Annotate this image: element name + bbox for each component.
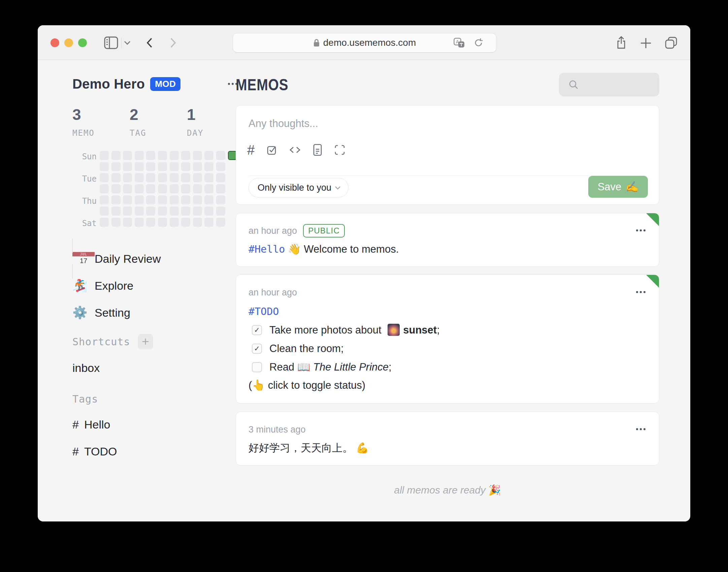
heatmap-cell[interactable] (216, 206, 225, 216)
search-input[interactable] (559, 73, 659, 96)
heatmap-cell[interactable] (181, 206, 190, 216)
heatmap-cell[interactable] (170, 218, 179, 227)
memo-more-icon[interactable] (636, 428, 646, 430)
translate-icon[interactable]: A (454, 38, 465, 48)
heatmap-cell[interactable] (170, 173, 179, 182)
sidebar-toggle-icon[interactable] (104, 36, 119, 50)
heatmap-cell[interactable] (111, 218, 121, 227)
heatmap-cell[interactable] (146, 173, 155, 182)
heatmap-cell[interactable] (204, 195, 213, 204)
new-tab-icon[interactable] (640, 37, 652, 49)
sidebar-tag-hello[interactable]: # Hello (72, 418, 110, 431)
close-window-button[interactable] (51, 38, 59, 47)
heatmap-cell[interactable] (193, 151, 202, 160)
heatmap-cell[interactable] (216, 184, 225, 193)
back-button[interactable] (146, 37, 153, 48)
heatmap-cell[interactable] (193, 195, 202, 204)
heatmap-cell[interactable] (216, 195, 225, 204)
heatmap-cell[interactable] (158, 206, 167, 216)
heatmap-cell[interactable] (135, 206, 144, 216)
heatmap-cell[interactable] (216, 173, 225, 182)
heatmap-cell[interactable] (111, 206, 121, 216)
heatmap-cell[interactable] (100, 195, 109, 204)
heatmap-cell[interactable] (204, 218, 213, 227)
heatmap-cell[interactable] (111, 162, 121, 171)
heatmap-cell[interactable] (123, 162, 132, 171)
heatmap-cell[interactable] (135, 151, 144, 160)
sidebar-item-explore[interactable]: 🏂 Explore (72, 277, 161, 295)
minimize-window-button[interactable] (64, 38, 73, 47)
checkbox-icon[interactable] (266, 144, 277, 156)
editor-placeholder[interactable]: Any thoughts... (249, 118, 318, 130)
sidebar-tag-todo[interactable]: # TODO (72, 445, 117, 458)
fullscreen-icon[interactable] (334, 144, 345, 156)
heatmap-cell[interactable] (146, 184, 155, 193)
zoom-window-button[interactable] (78, 38, 87, 47)
heatmap-cell[interactable] (146, 195, 155, 204)
add-tag-icon[interactable]: # (247, 143, 255, 157)
user-banner[interactable]: Demo Hero MOD (72, 76, 180, 92)
heatmap-cell[interactable] (193, 173, 202, 182)
memo-tag-hello[interactable]: #Hello (249, 243, 285, 255)
reload-icon[interactable] (474, 38, 483, 48)
heatmap-cell[interactable] (100, 206, 109, 216)
heatmap-cell[interactable] (123, 195, 132, 204)
forward-button[interactable] (170, 37, 176, 48)
visibility-selector[interactable]: Only visible to you (249, 178, 349, 197)
heatmap-cell[interactable] (170, 184, 179, 193)
heatmap-cell[interactable] (123, 184, 132, 193)
shortcut-item-inbox[interactable]: inbox (72, 361, 100, 375)
share-icon[interactable] (616, 36, 627, 50)
heatmap-cell[interactable] (123, 206, 132, 216)
heatmap-cell[interactable] (204, 206, 213, 216)
tab-overview-icon[interactable] (665, 36, 677, 49)
heatmap-cell[interactable] (135, 195, 144, 204)
heatmap-cell[interactable] (146, 218, 155, 227)
heatmap-cell[interactable] (193, 218, 202, 227)
heatmap-cell[interactable] (111, 151, 121, 160)
heatmap-cell[interactable] (111, 195, 121, 204)
heatmap-cell[interactable] (158, 151, 167, 160)
chevron-down-icon[interactable] (124, 41, 131, 45)
heatmap-cell[interactable] (135, 218, 144, 227)
heatmap-cell[interactable] (170, 162, 179, 171)
memo-more-icon[interactable] (636, 229, 646, 231)
heatmap-cell[interactable] (158, 184, 167, 193)
address-bar[interactable]: demo.usememos.com A (233, 33, 496, 52)
memo-tag-todo[interactable]: #TODO (249, 306, 279, 317)
heatmap-cell[interactable] (158, 162, 167, 171)
task-checkbox-checked[interactable]: ✓ (252, 344, 262, 354)
heatmap-cell[interactable] (158, 218, 167, 227)
heatmap-cell[interactable] (204, 173, 213, 182)
heatmap-cell[interactable] (204, 184, 213, 193)
heatmap-cell[interactable] (216, 151, 225, 160)
heatmap-cell[interactable] (146, 162, 155, 171)
heatmap-cell[interactable] (100, 173, 109, 182)
heatmap-cell[interactable] (111, 173, 121, 182)
document-icon[interactable] (312, 144, 323, 156)
heatmap-cell[interactable] (135, 184, 144, 193)
heatmap-cell[interactable] (170, 195, 179, 204)
heatmap-cell[interactable] (181, 173, 190, 182)
heatmap-cell[interactable] (135, 173, 144, 182)
heatmap-cell[interactable] (170, 206, 179, 216)
heatmap-cell[interactable] (216, 162, 225, 171)
heatmap-cell[interactable] (158, 195, 167, 204)
heatmap-cell[interactable] (193, 162, 202, 171)
heatmap-cell[interactable] (181, 184, 190, 193)
save-button[interactable]: Save ✍️ (588, 176, 648, 198)
heatmap-cell[interactable] (158, 173, 167, 182)
heatmap-cell[interactable] (100, 162, 109, 171)
heatmap-cell[interactable] (123, 218, 132, 227)
task-checkbox-checked[interactable]: ✓ (252, 325, 262, 335)
heatmap-cell[interactable] (100, 184, 109, 193)
heatmap-cell[interactable] (193, 206, 202, 216)
heatmap-cell[interactable] (146, 206, 155, 216)
heatmap-cell[interactable] (181, 162, 190, 171)
memo-more-icon[interactable] (636, 291, 646, 293)
sidebar-item-setting[interactable]: ⚙️ Setting (72, 304, 161, 322)
heatmap-cell[interactable] (181, 218, 190, 227)
add-shortcut-button[interactable] (138, 334, 153, 349)
heatmap-cell[interactable] (204, 162, 213, 171)
heatmap-cell[interactable] (181, 195, 190, 204)
